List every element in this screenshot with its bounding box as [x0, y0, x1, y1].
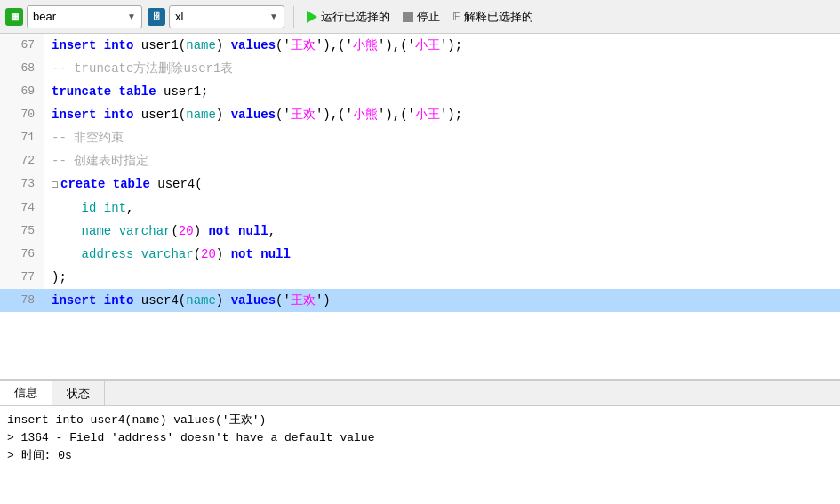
- line-number: 70: [0, 103, 44, 126]
- stop-label: 停止: [417, 9, 440, 25]
- output-line-3: > 时间: 0s: [7, 447, 833, 465]
- stop-icon: [403, 12, 413, 22]
- line-number: 67: [0, 34, 44, 57]
- line-number: 76: [0, 243, 44, 266]
- db2-selector[interactable]: 🗄 xl ▼: [148, 5, 284, 28]
- code-editor[interactable]: 67 insert into user1(name) values('王欢'),…: [0, 34, 840, 380]
- db2-arrow-icon: ▼: [269, 12, 278, 21]
- code-content[interactable]: -- 创建表时指定: [52, 149, 840, 172]
- table-row: 76 address varchar(20) not null: [0, 243, 840, 266]
- table-row: 77 );: [0, 266, 840, 289]
- output-line-1: insert into user4(name) values('王欢'): [7, 412, 833, 429]
- run-label: 运行已选择的: [321, 9, 390, 25]
- line-number: 71: [0, 126, 44, 149]
- run-button[interactable]: 运行已选择的: [303, 7, 394, 27]
- tab-info[interactable]: 信息: [0, 381, 52, 405]
- code-content[interactable]: -- 非空约束: [52, 126, 840, 149]
- table-row: 71 -- 非空约束: [0, 126, 840, 149]
- code-content[interactable]: □create table user4(: [52, 172, 840, 196]
- code-content[interactable]: insert into user4(name) values('王欢'): [52, 289, 840, 312]
- code-content[interactable]: -- truncate方法删除user1表: [52, 57, 840, 80]
- line-number: 69: [0, 80, 44, 103]
- table-row: 73 □create table user4(: [0, 172, 840, 196]
- tab-info-label: 信息: [14, 385, 37, 401]
- db1-arrow-icon: ▼: [127, 12, 136, 21]
- code-content[interactable]: truncate table user1;: [52, 80, 840, 103]
- stop-button[interactable]: 停止: [399, 7, 444, 27]
- table-row: 70 insert into user1(name) values('王欢'),…: [0, 103, 840, 126]
- toolbar: ▦ bear ▼ 🗄 xl ▼ 运行已选择的 停止 𝔼 解释已选择的: [0, 0, 840, 34]
- bottom-panel: 信息 状态 insert into user4(name) values('王欢…: [0, 380, 840, 504]
- code-content[interactable]: address varchar(20) not null: [52, 243, 840, 266]
- db1-selector[interactable]: ▦ bear ▼: [5, 5, 142, 28]
- line-number: 75: [0, 220, 44, 243]
- line-number: 74: [0, 196, 44, 220]
- bottom-output: insert into user4(name) values('王欢') > 1…: [0, 406, 840, 470]
- tab-status[interactable]: 状态: [52, 381, 105, 405]
- explain-icon: 𝔼: [452, 11, 460, 23]
- explain-button[interactable]: 𝔼 解释已选择的: [449, 7, 537, 27]
- line-number: 78: [0, 289, 44, 312]
- table-row: 68 -- truncate方法删除user1表: [0, 57, 840, 80]
- bottom-tabs: 信息 状态: [0, 381, 840, 406]
- code-content[interactable]: );: [52, 266, 840, 289]
- code-content[interactable]: insert into user1(name) values('王欢'),('小…: [52, 34, 840, 57]
- run-icon: [307, 11, 317, 23]
- line-number: 72: [0, 149, 44, 172]
- tab-status-label: 状态: [67, 386, 90, 402]
- table-row: 67 insert into user1(name) values('王欢'),…: [0, 34, 840, 57]
- explain-label: 解释已选择的: [464, 9, 533, 25]
- table-row: 75 name varchar(20) not null,: [0, 220, 840, 243]
- table-row: 72 -- 创建表时指定: [0, 149, 840, 172]
- line-number: 68: [0, 57, 44, 80]
- table-row: 78 insert into user4(name) values('王欢'): [0, 289, 840, 312]
- line-number: 73: [0, 172, 44, 196]
- db1-icon: ▦: [5, 8, 23, 26]
- line-number: 77: [0, 266, 44, 289]
- code-content[interactable]: insert into user1(name) values('王欢'),('小…: [52, 103, 840, 126]
- db1-dropdown[interactable]: bear ▼: [27, 5, 142, 28]
- db2-label: xl: [175, 10, 183, 23]
- db1-label: bear: [33, 10, 56, 23]
- table-row: 74 id int,: [0, 196, 840, 220]
- code-content[interactable]: name varchar(20) not null,: [52, 220, 840, 243]
- db2-dropdown[interactable]: xl ▼: [169, 5, 284, 28]
- db2-icon: 🗄: [148, 8, 165, 26]
- separator1: [293, 6, 294, 28]
- output-line-2: > 1364 - Field 'address' doesn't have a …: [7, 429, 833, 447]
- code-content[interactable]: id int,: [52, 196, 840, 220]
- table-row: 69 truncate table user1;: [0, 80, 840, 103]
